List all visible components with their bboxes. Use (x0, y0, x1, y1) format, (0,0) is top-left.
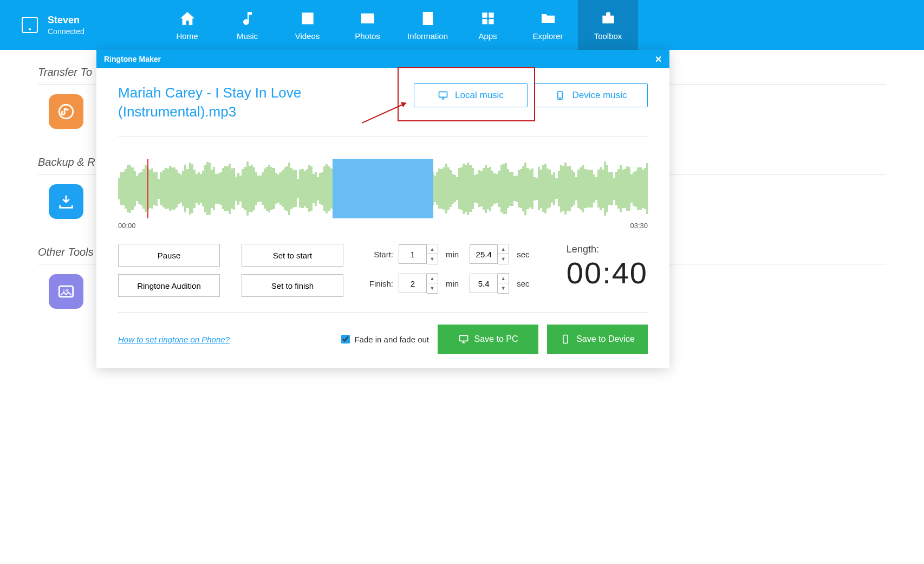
finish-label: Finish: (365, 279, 393, 288)
up-icon[interactable]: ▲ (427, 244, 438, 254)
phone-icon (555, 90, 565, 101)
phone-icon (22, 17, 38, 33)
image-icon (359, 10, 376, 27)
contact-icon (419, 10, 437, 27)
start-sec-stepper[interactable]: ▲▼ (470, 244, 509, 264)
home-icon (179, 10, 196, 27)
down-icon[interactable]: ▼ (498, 254, 509, 264)
up-icon[interactable]: ▲ (427, 274, 438, 283)
fade-checkbox-input[interactable] (341, 335, 350, 343)
ringtone-audition-button[interactable]: Ringtone Audition (118, 274, 220, 297)
finish-min-input[interactable] (399, 274, 427, 293)
start-min-stepper[interactable]: ▲▼ (399, 244, 438, 264)
down-icon[interactable]: ▼ (427, 283, 438, 293)
main-toolbar: Steven Connected Home Music Videos Photo… (0, 0, 924, 50)
device-status: Connected (48, 27, 84, 36)
modal-header[interactable]: Ringtone Maker ✕ (96, 50, 669, 68)
tile-gif-maker[interactable]: GIF (49, 274, 83, 309)
device-name: Steven (48, 15, 84, 26)
monitor-icon (458, 334, 469, 345)
local-music-button[interactable]: Local music (414, 83, 528, 107)
howto-link[interactable]: How to set ringtone on Phone? (118, 335, 230, 344)
nav-photos[interactable]: Photos (337, 0, 398, 50)
tile-transfer-music[interactable] (49, 94, 83, 129)
length-value: 00:40 (567, 255, 648, 290)
gif-image-icon: GIF (57, 282, 75, 301)
down-icon[interactable]: ▼ (427, 254, 438, 264)
start-min-input[interactable] (399, 244, 427, 264)
save-to-pc-button[interactable]: Save to PC (438, 325, 538, 354)
nav-apps[interactable]: Apps (458, 0, 518, 50)
length-label: Length: (567, 244, 648, 255)
folder-icon (539, 10, 557, 27)
start-sec-input[interactable] (470, 244, 498, 264)
time-end: 03:30 (630, 222, 648, 230)
finish-sec-input[interactable] (470, 274, 498, 293)
svg-rect-9 (563, 335, 568, 343)
ringtone-maker-modal: Ringtone Maker ✕ Mariah Carey - I Stay I… (96, 50, 669, 368)
nav-bar: Home Music Videos Photos Information App… (157, 0, 924, 50)
device-block: Steven Connected (0, 0, 157, 50)
pause-button[interactable]: Pause (118, 244, 220, 267)
fade-checkbox[interactable]: Fade in and fade out (341, 335, 429, 344)
nav-explorer[interactable]: Explorer (518, 0, 578, 50)
device-music-button[interactable]: Device music (534, 83, 648, 107)
svg-point-0 (59, 105, 73, 119)
transfer-music-icon (57, 102, 75, 121)
current-file-name: Mariah Carey - I Stay In Love (Instrumen… (118, 83, 367, 121)
up-icon[interactable]: ▲ (498, 244, 509, 254)
finish-sec-stepper[interactable]: ▲▼ (470, 273, 509, 294)
finish-min-stepper[interactable]: ▲▼ (399, 273, 438, 294)
apps-icon (479, 10, 497, 27)
nav-toolbox[interactable]: Toolbox (578, 0, 638, 50)
nav-music[interactable]: Music (217, 0, 277, 50)
up-icon[interactable]: ▲ (498, 274, 509, 283)
down-icon[interactable]: ▼ (498, 283, 509, 293)
selection-region[interactable] (333, 159, 433, 218)
set-to-finish-button[interactable]: Set to finish (242, 274, 343, 297)
monitor-icon (438, 90, 448, 101)
phone-icon (560, 334, 571, 345)
nav-home[interactable]: Home (157, 0, 217, 50)
modal-title: Ringtone Maker (104, 55, 161, 63)
tile-backup[interactable] (49, 184, 83, 219)
close-icon[interactable]: ✕ (655, 54, 662, 64)
svg-point-7 (560, 98, 561, 99)
playhead[interactable] (147, 159, 148, 218)
svg-rect-8 (459, 336, 467, 341)
waveform[interactable]: 00:00 03:30 (118, 159, 648, 230)
time-start: 00:00 (118, 222, 136, 230)
svg-rect-5 (439, 92, 447, 97)
svg-line-3 (362, 103, 406, 123)
start-label: Start: (365, 250, 393, 259)
film-icon (299, 10, 316, 27)
nav-videos[interactable]: Videos (277, 0, 337, 50)
arrow-annotation (362, 99, 411, 128)
music-icon (239, 10, 256, 27)
toolbox-icon (600, 10, 617, 27)
set-to-start-button[interactable]: Set to start (242, 244, 343, 267)
waveform-canvas[interactable] (118, 159, 648, 218)
nav-information[interactable]: Information (398, 0, 458, 50)
download-tray-icon (57, 192, 75, 211)
save-to-device-button[interactable]: Save to Device (547, 325, 648, 354)
